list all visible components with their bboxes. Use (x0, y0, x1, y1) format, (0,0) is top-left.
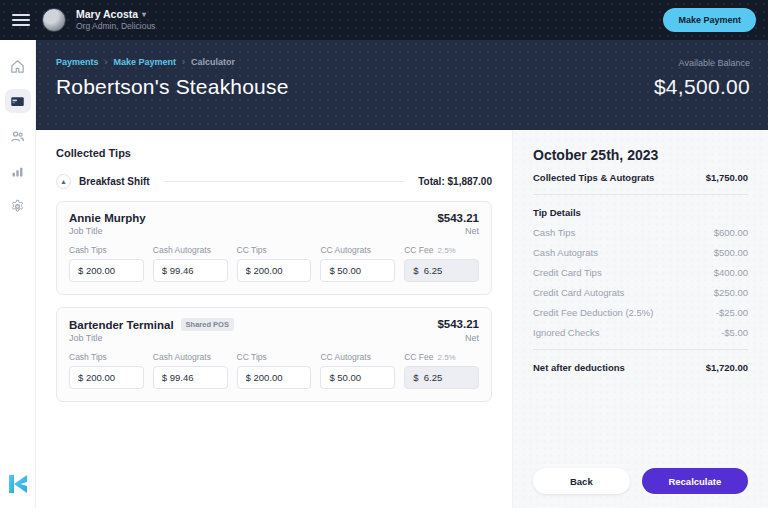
top-bar: Mary Acosta ▾ Org Admin, Delicious Make … (0, 0, 768, 40)
field-label: CC Fee (404, 352, 433, 362)
field-label: Cash Autograts (153, 245, 211, 255)
field-label: CC Tips (237, 245, 267, 255)
breadcrumb-separator-icon: › (182, 57, 185, 67)
employee-name: Bartender Terminal (69, 319, 174, 331)
breadcrumb-separator-icon: › (105, 57, 108, 67)
tip-card: Bartender Terminal Shared POS $543.21 Jo… (56, 307, 492, 402)
cc-fee-field: CC Fee2.5% (404, 245, 479, 282)
gear-icon (10, 199, 25, 214)
field-label: Cash Tips (69, 245, 107, 255)
sidebar-item-home[interactable] (5, 54, 31, 78)
field-label: CC Fee (404, 245, 433, 255)
shift-name: Breakfast Shift (79, 176, 150, 187)
collected-tips-section: Collected Tips ▲ Breakfast Shift Total: … (36, 130, 512, 508)
cc-fee-input (404, 366, 479, 389)
chevron-down-icon: ▾ (142, 10, 146, 20)
summary-row-credit-fee: Credit Fee Deduction (2.5%) -$25.00 (533, 307, 748, 318)
chevron-up-icon: ▲ (60, 178, 67, 185)
cash-autograts-input[interactable] (153, 366, 228, 389)
collected-label: Collected Tips & Autograts (533, 172, 654, 183)
available-balance: Available Balance $4,500.00 (654, 58, 750, 99)
breadcrumb-payments[interactable]: Payments (56, 57, 99, 67)
net-amount: $543.21 (437, 318, 479, 330)
cc-tips-field: CC Tips (237, 245, 312, 282)
shift-header: ▲ Breakfast Shift Total: $1,887.00 (56, 174, 492, 189)
cc-autograts-field: CC Autograts (320, 352, 395, 389)
employee-name: Annie Murphy (69, 212, 146, 224)
net-label: Net (465, 333, 479, 343)
breadcrumb-calculator: Calculator (191, 57, 235, 67)
cc-tips-input[interactable] (237, 366, 312, 389)
field-label: Cash Tips (69, 352, 107, 362)
user-name: Mary Acosta (76, 8, 138, 21)
cash-autograts-field: Cash Autograts (153, 352, 228, 389)
collected-value: $1,750.00 (706, 172, 748, 183)
summary-row-cash-tips: Cash Tips $600.00 (533, 227, 748, 238)
cc-tips-field: CC Tips (237, 352, 312, 389)
balance-value: $4,500.00 (654, 75, 750, 99)
shared-pos-badge: Shared POS (181, 318, 234, 331)
bar-chart-icon (10, 164, 25, 179)
cc-tips-input[interactable] (237, 259, 312, 282)
net-amount: $543.21 (437, 212, 479, 224)
tip-details-heading: Tip Details (533, 207, 748, 218)
payment-card-icon (10, 94, 25, 109)
breadcrumb-make-payment[interactable]: Make Payment (114, 57, 177, 67)
shift-total: Total: $1,887.00 (418, 176, 492, 187)
summary-row-cc-tips: Credit Card Tips $400.00 (533, 267, 748, 278)
collected-total-row: Collected Tips & Autograts $1,750.00 (533, 172, 748, 183)
sidebar-item-reports[interactable] (5, 159, 31, 183)
divider (533, 349, 748, 350)
sidebar (0, 40, 36, 508)
user-role: Org Admin, Delicious (76, 21, 155, 32)
summary-date: October 25th, 2023 (533, 147, 748, 163)
cc-fee-input (404, 259, 479, 282)
cc-fee-rate: 2.5% (437, 353, 455, 362)
divider (533, 194, 748, 195)
sidebar-item-payments[interactable] (5, 89, 31, 113)
summary-row-cc-autograts: Credit Card Autograts $250.00 (533, 287, 748, 298)
cash-tips-input[interactable] (69, 259, 144, 282)
home-icon (10, 59, 25, 74)
back-button[interactable]: Back (533, 468, 630, 494)
summary-row-ignored-checks: Ignored Checks -$5.00 (533, 327, 748, 338)
field-label: CC Tips (237, 352, 267, 362)
breadcrumb: Payments › Make Payment › Calculator (56, 57, 748, 67)
cash-tips-field: Cash Tips (69, 245, 144, 282)
app-window: Mary Acosta ▾ Org Admin, Delicious Make … (0, 0, 768, 508)
job-title: Job Title (69, 333, 103, 343)
sidebar-item-settings[interactable] (5, 194, 31, 218)
balance-label: Available Balance (654, 58, 750, 68)
page-title: Robertson's Steakhouse (56, 75, 748, 99)
summary-row-cash-autograts: Cash Autograts $500.00 (533, 247, 748, 258)
collapse-shift-button[interactable]: ▲ (56, 174, 71, 189)
job-title: Job Title (69, 226, 103, 236)
net-after-deductions-row: Net after deductions $1,720.00 (533, 362, 748, 373)
cash-tips-field: Cash Tips (69, 352, 144, 389)
sidebar-item-team[interactable] (5, 124, 31, 148)
section-title: Collected Tips (56, 147, 492, 159)
field-label: CC Autograts (320, 245, 371, 255)
cash-tips-input[interactable] (69, 366, 144, 389)
user-menu[interactable]: Mary Acosta ▾ Org Admin, Delicious (76, 8, 155, 32)
cc-autograts-input[interactable] (320, 366, 395, 389)
tip-card: Annie Murphy $543.21 Job Title Net Cash … (56, 201, 492, 295)
cc-autograts-field: CC Autograts (320, 245, 395, 282)
summary-panel: October 25th, 2023 Collected Tips & Auto… (512, 130, 768, 508)
users-icon (10, 129, 25, 144)
field-label: Cash Autograts (153, 352, 211, 362)
hamburger-menu-icon[interactable] (12, 14, 30, 26)
cash-autograts-field: Cash Autograts (153, 245, 228, 282)
page-header: Payments › Make Payment › Calculator Rob… (36, 40, 768, 130)
cc-fee-field: CC Fee2.5% (404, 352, 479, 389)
cc-autograts-input[interactable] (320, 259, 395, 282)
net-label: Net (465, 226, 479, 236)
cash-autograts-input[interactable] (153, 259, 228, 282)
kickfin-logo (7, 472, 29, 500)
avatar[interactable] (42, 8, 66, 32)
divider (164, 181, 405, 182)
field-label: CC Autograts (320, 352, 371, 362)
make-payment-button[interactable]: Make Payment (663, 8, 756, 32)
recalculate-button[interactable]: Recalculate (642, 468, 748, 494)
cc-fee-rate: 2.5% (437, 246, 455, 255)
